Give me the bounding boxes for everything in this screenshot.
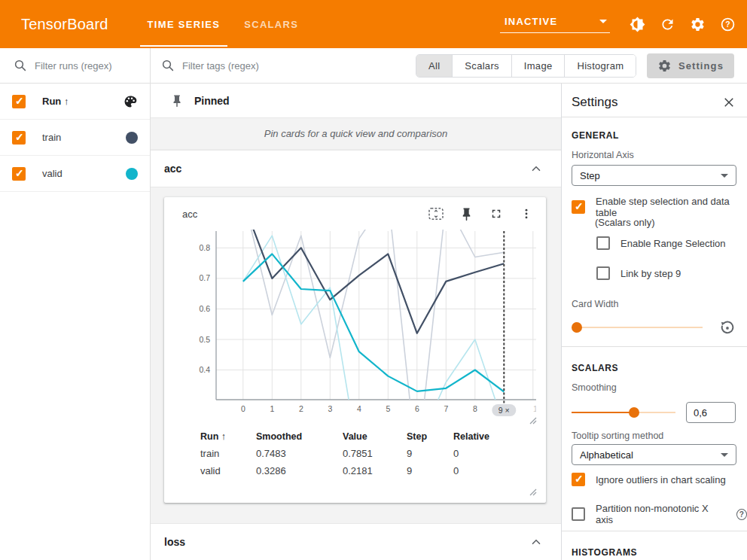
chevron-down-icon: [599, 20, 607, 23]
valid-color-swatch: [126, 168, 138, 180]
fit-to-data-button[interactable]: [424, 202, 448, 226]
tooltip-sorting-select[interactable]: Alphabetical: [572, 444, 736, 465]
run-status-select[interactable]: INACTIVE: [500, 16, 610, 33]
more-vert-icon: [520, 207, 533, 221]
refresh-button[interactable]: [652, 9, 682, 39]
chevron-down-icon: [721, 453, 728, 457]
run-header-row: Run ↑: [0, 84, 150, 120]
select-all-runs-checkbox[interactable]: [12, 95, 26, 108]
reset-card-width-icon[interactable]: [719, 319, 736, 336]
resize-handle[interactable]: [529, 488, 537, 496]
settings-panel-title: Settings: [572, 95, 617, 110]
settings-button-label: Settings: [678, 60, 724, 72]
horizontal-axis-select[interactable]: Step: [572, 165, 736, 186]
settings-button[interactable]: Settings: [647, 53, 734, 78]
run-column-header[interactable]: Run ↑: [42, 96, 123, 107]
app-title: TensorBoard: [21, 16, 108, 33]
train-checkbox[interactable]: [12, 131, 26, 145]
svg-text:1: 1: [270, 404, 274, 413]
settings-gear-button[interactable]: [682, 9, 712, 39]
run-label: valid: [42, 168, 126, 179]
svg-text:8: 8: [473, 404, 477, 413]
col-run[interactable]: Run ↑: [200, 431, 256, 442]
section-header-acc[interactable]: acc: [151, 150, 561, 187]
smoothing-value-input[interactable]: [686, 402, 736, 423]
svg-text:0.4: 0.4: [199, 365, 210, 374]
run-row-valid[interactable]: valid: [0, 156, 150, 192]
svg-text:7: 7: [444, 404, 448, 413]
close-icon[interactable]: [722, 96, 736, 109]
table-row-train: train 0.7483 0.7851 9 0: [181, 445, 499, 462]
general-section-label: GENERAL: [572, 130, 619, 141]
tags-toolbar: Filter tags (regex) All Scalars Image Hi…: [151, 48, 747, 84]
col-relative[interactable]: Relative: [453, 431, 499, 442]
fullscreen-button[interactable]: [484, 202, 508, 226]
ignore-outliers-checkbox[interactable]: [572, 473, 585, 486]
fit-domain-icon: [428, 207, 444, 221]
svg-text:0.7: 0.7: [199, 273, 210, 282]
settings-panel: Settings GENERAL Horizontal Axis Step En…: [561, 84, 747, 560]
tab-scalars[interactable]: SCALARS: [232, 0, 310, 48]
gear-icon: [657, 59, 672, 73]
run-row-train[interactable]: train: [0, 120, 150, 156]
partition-x-axis-checkbox[interactable]: [572, 507, 585, 521]
tooltip-sorting-label: Tooltip sorting method: [572, 431, 663, 441]
svg-text:1: 1: [533, 404, 536, 413]
range-selection-toggle[interactable]: Enable Range Selection: [596, 236, 726, 250]
svg-text:0.8: 0.8: [199, 243, 210, 252]
valid-checkbox[interactable]: [12, 167, 26, 181]
filter-chip-all[interactable]: All: [416, 55, 453, 77]
cards-area: Pinned Pin cards for a quick view and co…: [151, 84, 561, 560]
step-selection-toggle[interactable]: Enable step selection and data table: [572, 196, 747, 218]
help-icon: ?: [720, 17, 736, 32]
scalars-section-label: SCALARS: [572, 363, 618, 373]
refresh-icon: [660, 17, 675, 32]
tag-type-filter-group: All Scalars Image Histogram: [416, 54, 636, 78]
pin-card-button[interactable]: [454, 202, 478, 226]
svg-text:6: 6: [415, 404, 419, 413]
step-selection-checkbox[interactable]: [572, 200, 585, 214]
table-row-valid: valid 0.3286 0.2181 9 0: [181, 462, 499, 479]
acc-line-chart[interactable]: 0.40.50.60.70.801234567819 ×: [173, 226, 536, 420]
col-step[interactable]: Step: [407, 431, 453, 442]
svg-text:0.5: 0.5: [199, 335, 210, 344]
link-by-step-toggle[interactable]: Link by step 9: [596, 266, 681, 280]
pinned-section-header: Pinned: [151, 84, 561, 118]
search-icon: [14, 59, 27, 72]
data-table: Run ↑ Smoothed Value Step Relative train…: [181, 428, 499, 479]
filter-chip-scalars[interactable]: Scalars: [453, 55, 511, 77]
runs-sidebar: Filter runs (regex) Run ↑ train valid: [0, 48, 151, 560]
svg-text:3: 3: [328, 404, 332, 413]
histograms-section-label: HISTOGRAMS: [572, 547, 637, 558]
resize-handle[interactable]: [529, 416, 537, 425]
help-icon[interactable]: ?: [736, 509, 747, 520]
pin-icon: [459, 207, 474, 221]
svg-text:4: 4: [357, 404, 361, 413]
svg-text:?: ?: [725, 20, 730, 29]
range-selection-checkbox[interactable]: [596, 236, 610, 250]
pinned-label: Pinned: [194, 95, 230, 107]
partition-x-axis-toggle[interactable]: Partition non-monotonic X axis ?: [572, 503, 747, 525]
col-smoothed[interactable]: Smoothed: [256, 431, 343, 442]
card-width-slider[interactable]: [572, 322, 703, 333]
filter-runs-input[interactable]: Filter runs (regex): [35, 60, 112, 72]
smoothing-slider[interactable]: [572, 407, 675, 418]
scalar-card-acc: acc: [164, 197, 546, 503]
ignore-outliers-toggle[interactable]: Ignore outliers in chart scaling: [572, 473, 726, 486]
svg-text:0: 0: [241, 404, 245, 413]
filter-chip-histogram[interactable]: Histogram: [565, 55, 636, 77]
palette-icon[interactable]: [123, 94, 138, 109]
card-menu-button[interactable]: [514, 202, 538, 226]
filter-chip-image[interactable]: Image: [512, 55, 566, 77]
help-button[interactable]: ?: [712, 9, 742, 39]
dark-mode-toggle-button[interactable]: [622, 9, 652, 39]
tab-time-series[interactable]: TIME SERIES: [136, 0, 233, 48]
svg-text:9 ×: 9 ×: [499, 406, 510, 415]
train-color-swatch: [126, 132, 138, 144]
filter-tags-input[interactable]: Filter tags (regex): [182, 60, 259, 72]
link-by-step-checkbox[interactable]: [596, 266, 610, 280]
section-header-loss[interactable]: loss: [151, 523, 561, 560]
col-value[interactable]: Value: [343, 431, 407, 442]
run-label: train: [42, 132, 126, 143]
run-status-value: INACTIVE: [500, 16, 557, 27]
